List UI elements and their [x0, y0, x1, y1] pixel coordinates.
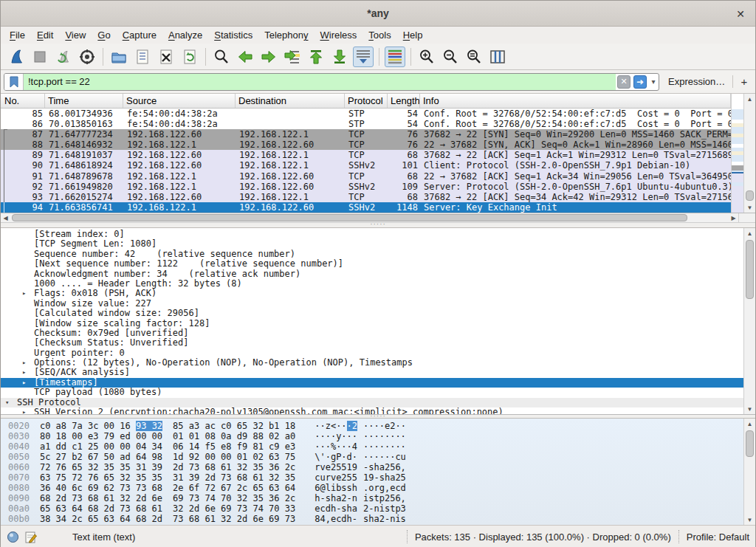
display-filter-input[interactable] — [24, 74, 616, 90]
menu-help[interactable]: Help — [397, 28, 429, 42]
scroll-up-icon[interactable]: ▲ — [744, 228, 755, 238]
find-packet-button[interactable] — [211, 47, 232, 67]
detail-line[interactable]: ▸Flags: 0x018 (PSH, ACK) — [1, 289, 743, 298]
expander-collapsed-icon[interactable]: ▸ — [22, 289, 31, 298]
menu-capture[interactable]: Capture — [117, 28, 162, 42]
scrollbar-thumb[interactable] — [746, 240, 754, 299]
packet-list-vscrollbar[interactable]: ▲ ▼ — [743, 94, 755, 213]
hex-row[interactable]: 0020c0 a8 7a 3c 00 16 93 3285 a3 ac c0 6… — [8, 421, 743, 431]
detail-line[interactable]: TCP payload (1080 bytes) — [1, 388, 743, 397]
scrollbar-thumb[interactable] — [746, 190, 754, 201]
packet-row[interactable]: 9071.648618924192.168.122.60192.168.122.… — [1, 160, 731, 171]
details-vscrollbar[interactable]: ▲ ▼ — [743, 228, 755, 414]
column-header-source[interactable]: Source — [123, 94, 236, 108]
hex-row[interactable]: 00a065 63 64 68 2d 73 68 6132 2d 6e 69 7… — [8, 503, 743, 514]
scroll-down-icon[interactable]: ▼ — [744, 404, 755, 414]
detail-line[interactable]: [Checksum Status: Unverified] — [1, 338, 743, 348]
column-header-destination[interactable]: Destination — [236, 94, 345, 108]
colorize-packets-button[interactable] — [385, 47, 405, 67]
column-header-time[interactable]: Time — [45, 94, 123, 108]
close-file-button[interactable] — [156, 47, 176, 67]
zoom-out-button[interactable] — [440, 47, 461, 67]
restart-capture-button[interactable] — [53, 47, 74, 67]
go-last-packet-button[interactable] — [329, 47, 350, 67]
packet-row[interactable]: 9271.661949820192.168.122.1192.168.122.6… — [1, 182, 731, 192]
auto-scroll-button[interactable] — [353, 47, 374, 67]
scroll-down-icon[interactable]: ▼ — [744, 202, 755, 213]
scroll-up-icon[interactable]: ▲ — [744, 419, 755, 429]
menu-edit[interactable]: Edit — [31, 28, 59, 42]
detail-line[interactable]: ▸Options: (12 bytes), No-Operation (NOP)… — [1, 358, 743, 368]
packet-row[interactable]: 8971.648191037192.168.122.60192.168.122.… — [1, 150, 731, 160]
go-first-packet-button[interactable] — [306, 47, 326, 67]
bytes-vscrollbar[interactable]: ▲ ▼ — [743, 419, 755, 525]
zoom-in-button[interactable] — [416, 47, 437, 67]
detail-line[interactable]: 1000 .... = Header Length: 32 bytes (8) — [1, 279, 743, 289]
column-header-info[interactable]: Info — [420, 94, 731, 108]
scrollbar-thumb[interactable] — [12, 214, 687, 221]
open-file-button[interactable] — [109, 47, 129, 67]
expander-collapsed-icon[interactable]: ▸ — [22, 368, 31, 377]
menu-tools[interactable]: Tools — [362, 28, 396, 42]
go-back-button[interactable] — [235, 47, 255, 67]
expert-info-button[interactable] — [7, 531, 19, 543]
go-forward-button[interactable] — [258, 47, 279, 67]
detail-line[interactable]: [Window size scaling factor: 128] — [1, 319, 743, 328]
scroll-up-icon[interactable]: ▲ — [744, 94, 755, 104]
expander-expanded-icon[interactable]: ▾ — [5, 398, 14, 407]
packet-row[interactable]: 8771.647777234192.168.122.60192.168.122.… — [1, 129, 731, 140]
close-window-icon[interactable]: ✕ — [733, 7, 748, 21]
filter-bookmark-button[interactable] — [4, 74, 24, 90]
add-filter-button-plus[interactable]: + — [732, 75, 749, 88]
save-file-button[interactable] — [132, 47, 153, 67]
hex-row[interactable]: 00505c 27 b2 67 50 ad 64 981d 92 00 00 0… — [8, 452, 743, 462]
filter-history-dropdown-icon[interactable]: ▾ — [648, 78, 659, 86]
packet-row-selected[interactable]: 9471.663856741192.168.122.1192.168.122.6… — [1, 202, 731, 213]
filter-clear-button[interactable]: ✕ — [617, 75, 630, 89]
hex-row[interactable]: 006072 76 65 32 35 35 31 392d 73 68 61 3… — [8, 462, 743, 472]
menu-telephony[interactable]: Telephony — [258, 28, 314, 42]
detail-line[interactable]: [Stream index: 0] — [1, 230, 743, 239]
menu-statistics[interactable]: Statistics — [208, 28, 258, 42]
menu-go[interactable]: Go — [92, 28, 116, 42]
resize-columns-button[interactable] — [487, 47, 508, 67]
stop-capture-button[interactable] — [30, 47, 50, 67]
detail-line[interactable]: Urgent pointer: 0 — [1, 348, 743, 358]
titlebar[interactable]: *any ✕ — [1, 1, 755, 27]
column-header-length[interactable]: Length — [388, 94, 420, 108]
scroll-down-icon[interactable]: ▼ — [744, 515, 755, 525]
detail-line[interactable]: [TCP Segment Len: 1080] — [1, 239, 743, 249]
detail-line[interactable]: ▸[SEQ/ACK analysis] — [1, 368, 743, 377]
detail-line[interactable]: Sequence number: 42 (relative sequence n… — [1, 250, 743, 259]
packet-row[interactable]: 8871.648146932192.168.122.1192.168.122.6… — [1, 140, 731, 150]
detail-line[interactable]: [Calculated window size: 29056] — [1, 309, 743, 318]
expression-button[interactable]: Expression… — [668, 76, 725, 87]
scrollbar-thumb[interactable] — [746, 430, 754, 457]
profile-text[interactable]: Profile: Default — [687, 531, 749, 543]
capture-comment-button[interactable] — [25, 531, 37, 543]
pane-splitter[interactable] — [1, 223, 755, 228]
go-to-packet-button[interactable] — [282, 47, 303, 67]
filter-apply-button[interactable]: ➜ — [633, 75, 647, 89]
capture-options-button[interactable] — [77, 47, 97, 67]
detail-line[interactable]: Checksum: 0x79ed [unverified] — [1, 328, 743, 338]
menu-view[interactable]: View — [59, 28, 92, 42]
expander-collapsed-icon[interactable]: ▸ — [22, 378, 31, 388]
hex-row[interactable]: 003080 18 00 e3 79 ed 00 0001 01 08 0a d… — [8, 431, 743, 441]
packet-row[interactable]: 9171.648789678192.168.122.1192.168.122.6… — [1, 171, 731, 182]
start-capture-button[interactable] — [6, 47, 27, 67]
pane-splitter[interactable] — [1, 415, 755, 419]
detail-line[interactable]: Acknowledgment number: 34 (relative ack … — [1, 269, 743, 279]
detail-line[interactable]: [Next sequence number: 1122 (relative se… — [1, 259, 743, 269]
scroll-left-icon[interactable]: ◀ — [1, 213, 10, 222]
zoom-reset-button[interactable] — [464, 47, 484, 67]
reload-file-button[interactable] — [179, 47, 200, 67]
menu-analyze[interactable]: Analyze — [162, 28, 208, 42]
hex-row[interactable]: 0040a1 dd c1 25 00 00 04 3406 14 f5 e8 f… — [8, 441, 743, 452]
detail-line[interactable]: Window size value: 227 — [1, 299, 743, 309]
packet-row[interactable]: 8670.013850163fe:54:00:d4:38:2aSTP54Conf… — [1, 119, 731, 129]
packet-row[interactable]: 9371.662015274192.168.122.60192.168.122.… — [1, 192, 731, 202]
expander-collapsed-icon[interactable]: ▸ — [22, 407, 31, 414]
expander-collapsed-icon[interactable]: ▸ — [22, 358, 31, 368]
packet-row[interactable]: 8568.001734936fe:54:00:d4:38:2aSTP54Conf… — [1, 109, 731, 119]
